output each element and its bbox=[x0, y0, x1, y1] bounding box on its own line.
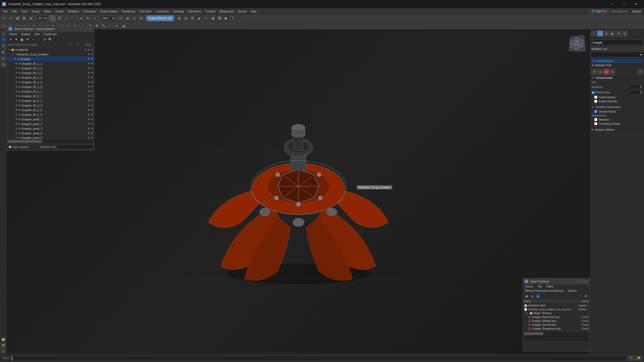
pin-stack-button[interactable]: 📌 bbox=[591, 69, 597, 75]
se-filter-button[interactable]: ▼ bbox=[14, 37, 19, 42]
timeline[interactable] bbox=[11, 356, 626, 361]
se-eye-9[interactable]: 👁 bbox=[15, 90, 18, 93]
help-button[interactable]: ? bbox=[230, 15, 236, 21]
create-selection-set-button[interactable]: Create Selection Set bbox=[146, 15, 174, 21]
se-eye-5[interactable]: 👁 bbox=[15, 72, 18, 74]
at-menu-options[interactable]: Options bbox=[566, 289, 579, 293]
se-snow-4[interactable]: ❄ bbox=[88, 67, 90, 70]
select-object-button[interactable]: ↖ bbox=[50, 15, 56, 21]
se-menu-display[interactable]: Display bbox=[19, 32, 32, 36]
se-item-7[interactable]: 👁 ◈ Grapple_lift_1_5 ❄ 👁 bbox=[7, 80, 94, 85]
se-disp-4[interactable]: 👁 bbox=[91, 67, 93, 70]
se-freeze-icon-default[interactable]: ❄ bbox=[85, 48, 87, 51]
se-eye-6[interactable]: 👁 bbox=[15, 76, 18, 79]
menu-civil-view[interactable]: Civil View bbox=[137, 8, 153, 14]
at-item-vault[interactable]: 🏢 Autodesk Vault Logged... bbox=[523, 304, 590, 307]
se-snow-16[interactable]: ❄ bbox=[88, 123, 90, 125]
at-scrollbar-thumb[interactable] bbox=[524, 332, 543, 335]
hierarchy-panel-icon[interactable]: ⚙ bbox=[1, 43, 6, 49]
at-settings-btn[interactable]: ⚙ bbox=[583, 293, 589, 299]
se-item-16[interactable]: 👁 ◈ Grapple_petal_2 ❄ 👁 bbox=[7, 122, 94, 126]
unlink-button[interactable]: ⛓ bbox=[21, 15, 27, 21]
menu-views[interactable]: Views bbox=[42, 8, 53, 14]
se-item-8[interactable]: 👁 ◈ Grapple_lift_1_6 ❄ 👁 bbox=[7, 85, 94, 89]
materials-checkbox[interactable] bbox=[594, 118, 597, 121]
se-maximize-button[interactable]: □ bbox=[84, 27, 88, 31]
se-disp-17[interactable]: 👁 bbox=[91, 127, 93, 130]
menu-customize[interactable]: Customize bbox=[153, 8, 171, 14]
se-display-icon-default[interactable]: 👁 bbox=[91, 48, 93, 51]
percent-snap-button[interactable]: % bbox=[138, 15, 144, 21]
at-item-normal[interactable]: 🖼 Grapple_Normal.png Found bbox=[523, 323, 590, 327]
se-snow-3[interactable]: ❄ bbox=[88, 62, 90, 65]
se-display-scrap[interactable]: 👁 bbox=[91, 53, 93, 56]
material-editor-button[interactable]: ◑ bbox=[210, 15, 216, 21]
se-eye-12[interactable]: 👁 bbox=[15, 104, 18, 107]
se-snow-8[interactable]: ❄ bbox=[88, 86, 90, 88]
render-iters-input[interactable] bbox=[630, 90, 642, 94]
wire-params-button[interactable]: ⚡ bbox=[94, 23, 100, 29]
render-iters-checkbox[interactable] bbox=[592, 91, 595, 94]
se-freeze-grapple[interactable]: ❄ bbox=[88, 58, 90, 60]
modify-panel-icon[interactable]: ✎ bbox=[1, 37, 6, 43]
layer-manager-button[interactable]: ☰ bbox=[190, 15, 196, 21]
schematic-view-button[interactable]: ◈ bbox=[196, 15, 202, 21]
modifier-eye-icon[interactable]: 👁 bbox=[592, 60, 594, 62]
render-setup-button[interactable]: 🎞 bbox=[216, 15, 223, 21]
at-menu-server[interactable]: Server bbox=[523, 284, 535, 289]
se-item-11[interactable]: 👁 ◈ Grapple_lift_2_3 ❄ 👁 bbox=[7, 98, 94, 103]
convert-button[interactable]: ↔ bbox=[107, 23, 113, 29]
se-disp-10[interactable]: 👁 bbox=[91, 95, 93, 97]
menu-graph-editors[interactable]: Graph Editors bbox=[98, 8, 120, 14]
at-btn-3[interactable]: ◈ bbox=[535, 293, 541, 299]
at-btn-1[interactable]: ◉ bbox=[524, 293, 529, 299]
modifier-editable-poly[interactable]: ▶ Editable Poly bbox=[591, 63, 643, 67]
se-hide-button[interactable]: 👁 bbox=[25, 37, 30, 42]
se-item-default-layer[interactable]: ▼ 📂 0 (default) ❄ ☀ 👁 bbox=[7, 47, 94, 52]
at-maximize-button[interactable]: □ bbox=[579, 279, 583, 283]
se-item-9[interactable]: 👁 ◈ Grapple_lift_2_1 ❄ 👁 bbox=[7, 89, 94, 94]
se-item-14[interactable]: 👁 ◈ Grapple_lift_2_6 ❄ 👁 bbox=[7, 112, 94, 117]
se-expand-button[interactable]: + bbox=[31, 37, 36, 42]
quick-render-button[interactable]: ▶ bbox=[223, 15, 229, 21]
se-eye-4[interactable]: 👁 bbox=[15, 67, 18, 70]
scene-explorer-icon[interactable]: 🌳 bbox=[1, 343, 6, 348]
se-disp-18[interactable]: 👁 bbox=[91, 132, 93, 134]
lasso-select-button[interactable]: ⌒ bbox=[70, 15, 76, 21]
rect-select-button[interactable]: ⬚ bbox=[63, 15, 69, 21]
se-disp-7[interactable]: 👁 bbox=[91, 81, 93, 83]
at-help-btn[interactable]: ? bbox=[578, 293, 583, 299]
menu-arnold[interactable]: Arnold bbox=[236, 8, 248, 14]
se-delete-button[interactable]: ✕ bbox=[8, 37, 13, 42]
se-render-icon-default[interactable]: ☀ bbox=[88, 48, 90, 51]
configure-modifier-button[interactable]: ⚙ bbox=[610, 69, 615, 75]
snap-toggle-button[interactable]: ⊞ bbox=[125, 15, 131, 21]
modifier-list-header[interactable]: Modifier List bbox=[590, 47, 644, 52]
menu-interactive[interactable]: Interactive bbox=[186, 8, 203, 14]
menu-tools[interactable]: Tools bbox=[19, 8, 30, 14]
nav-cube-inner[interactable]: TOP FRONT bbox=[569, 35, 585, 51]
se-close-button[interactable]: ✕ bbox=[88, 27, 93, 31]
iterations-input[interactable] bbox=[630, 85, 642, 89]
se-eye-13[interactable]: 👁 bbox=[15, 109, 18, 111]
maximize-button[interactable]: □ bbox=[618, 0, 630, 8]
se-eye-10[interactable]: 👁 bbox=[15, 95, 18, 97]
view-dropdown[interactable]: View bbox=[100, 16, 116, 21]
menu-animation[interactable]: Animation bbox=[81, 8, 98, 14]
se-snow-11[interactable]: ❄ bbox=[88, 99, 90, 102]
se-item-10[interactable]: 👁 ◈ Grapple_lift_2_2 ❄ 👁 bbox=[7, 94, 94, 98]
move-button[interactable]: ✛ bbox=[78, 15, 84, 21]
se-menu-select[interactable]: Select bbox=[7, 32, 19, 36]
at-menu-paths[interactable]: Paths bbox=[544, 284, 556, 289]
menu-scripting[interactable]: Scripting bbox=[171, 8, 186, 14]
modifier-dropdown[interactable] bbox=[591, 52, 643, 57]
se-snow-10[interactable]: ❄ bbox=[88, 95, 90, 97]
se-eye-17[interactable]: 👁 bbox=[15, 127, 18, 130]
close-button[interactable]: ✕ bbox=[630, 0, 642, 8]
select-by-name-button[interactable]: ☰ bbox=[56, 15, 62, 21]
at-scrollbar[interactable] bbox=[524, 332, 589, 335]
sub-object-button[interactable]: ⊕ bbox=[1, 23, 7, 29]
workspaces-dropdown[interactable]: Default bbox=[630, 8, 643, 14]
at-minimize-button[interactable]: ─ bbox=[575, 279, 579, 283]
se-disp-16[interactable]: 👁 bbox=[91, 123, 93, 125]
